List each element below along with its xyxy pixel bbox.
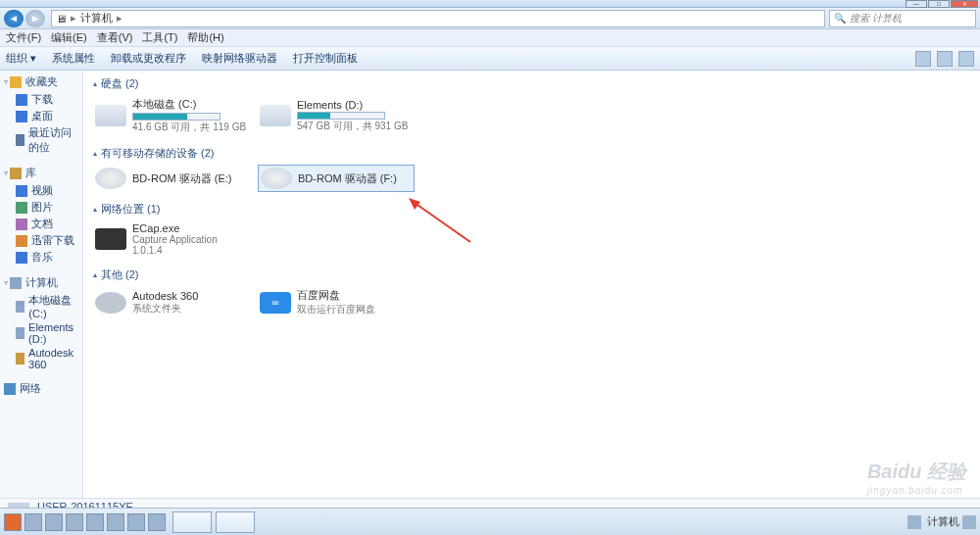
drive-icon [16,327,24,339]
drive-d-usage-bar [297,112,385,120]
taskbar-app[interactable] [216,511,255,533]
network-icon [4,383,16,395]
autodesk-icon [16,353,24,365]
menu-edit[interactable]: 编辑(E) [51,30,87,45]
drive-d-title: Elements (D:) [297,99,408,111]
desktop-icon [16,111,27,122]
section-removable[interactable]: ▴有可移动存储的设备 (2) [93,146,970,161]
sidebar-item-pictures[interactable]: 图片 [4,199,78,216]
computer-icon [10,277,22,289]
section-netloc[interactable]: ▴网络位置 (1) [93,202,970,217]
sidebar-item-desktop[interactable]: 桌面 [4,108,78,124]
sidebar-computer[interactable]: ▿计算机 [4,275,78,290]
video-icon [16,185,27,197]
forward-button[interactable]: ► [25,10,45,27]
picture-icon [16,202,27,214]
autodesk-sub: 系统文件夹 [132,302,198,316]
toolbar-controlpanel[interactable]: 打开控制面板 [293,51,358,66]
breadcrumb-computer[interactable]: 计算机 [80,11,113,25]
recent-icon [16,134,24,146]
address-bar[interactable]: 🖥 ▸ 计算机 ▸ [51,10,825,27]
sidebar-favorites[interactable]: ▿收藏夹 [4,74,78,89]
camera-icon [95,228,126,250]
menu-view[interactable]: 查看(V) [97,30,133,45]
taskbar-icon[interactable] [45,513,63,531]
autodesk360[interactable]: Autodesk 360 系统文件夹 [93,286,250,318]
drive-c-usage-bar [132,113,220,121]
taskbar-sogou-icon[interactable] [4,513,22,531]
drive-c-title: 本地磁盘 (C:) [132,97,246,112]
baidu-title: 百度网盘 [297,288,375,303]
taskbar-icon[interactable] [127,513,145,531]
sidebar-item-videos[interactable]: 视频 [4,182,78,199]
sidebar-item-autodesk360[interactable]: Autodesk 360 [4,346,78,371]
sidebar-item-music[interactable]: 音乐 [4,249,78,266]
system-tray: 计算机 [905,514,976,529]
window-titlebar: — □ ✕ [0,0,980,8]
baidu-sub: 双击运行百度网盘 [297,303,375,316]
tray-chevron-icon[interactable] [962,515,976,529]
back-button[interactable]: ◄ [4,10,24,27]
search-placeholder: 搜索 计算机 [850,12,902,25]
menu-bar: 文件(F) 编辑(E) 查看(V) 工具(T) 帮助(H) [0,29,980,47]
drive-icon [16,301,24,313]
taskbar-app[interactable] [172,511,212,533]
toolbar-mapdrive[interactable]: 映射网络驱动器 [202,51,277,66]
breadcrumb-sep: ▸ [71,12,76,24]
computer-icon: 🖥 [56,13,67,24]
preview-pane-icon[interactable] [937,51,953,67]
music-icon [16,252,27,264]
bdrom-f-title: BD-ROM 驱动器 (F:) [298,171,397,186]
view-icon[interactable] [915,51,931,67]
bdrom-e[interactable]: BD-ROM 驱动器 (E:) [93,165,250,192]
taskbar-icon[interactable] [148,513,166,531]
autodesk-icon [95,292,126,314]
maximize-button[interactable]: □ [928,0,950,8]
sidebar-item-drive-c[interactable]: 本地磁盘 (C:) [4,292,78,320]
nav-row: ◄ ► 🖥 ▸ 计算机 ▸ 🔍 搜索 计算机 [0,8,980,29]
drive-c-sub: 41.6 GB 可用，共 119 GB [132,121,246,134]
sidebar-network[interactable]: 网络 [4,381,78,396]
tray-flag-icon[interactable] [907,515,921,529]
taskbar-icon[interactable] [66,513,83,531]
taskbar-icon[interactable] [107,513,124,531]
drive-d[interactable]: Elements (D:) 547 GB 可用，共 931 GB [258,95,415,136]
help-icon[interactable] [958,51,974,67]
drive-c[interactable]: 本地磁盘 (C:) 41.6 GB 可用，共 119 GB [93,95,250,136]
toolbar-uninstall[interactable]: 卸载或更改程序 [111,51,186,66]
sidebar-item-recent[interactable]: 最近访问的位 [4,124,78,156]
taskbar-ime-icon[interactable] [24,513,42,531]
sidebar-item-drive-d[interactable]: Elements (D:) [4,320,78,346]
toolbar-sysprops[interactable]: 系统属性 [52,51,95,66]
minimize-button[interactable]: — [906,0,927,8]
taskbar-icon[interactable] [86,513,104,531]
thunder-icon [16,235,27,247]
breadcrumb-sep: ▸ [117,12,122,24]
sidebar-item-thunder-dl[interactable]: 迅雷下载 [4,232,78,249]
drive-d-sub: 547 GB 可用，共 931 GB [297,120,408,133]
bdrom-f[interactable]: BD-ROM 驱动器 (F:) [258,165,415,192]
sidebar-libraries[interactable]: ▿库 [4,166,78,180]
taskbar: 计算机 [0,508,980,535]
menu-help[interactable]: 帮助(H) [187,30,223,45]
section-other[interactable]: ▴其他 (2) [93,268,970,282]
section-hdd[interactable]: ▴硬盘 (2) [93,76,970,91]
menu-file[interactable]: 文件(F) [6,30,41,45]
cd-icon [95,168,126,189]
document-icon [16,219,27,230]
toolbar: 组织 ▾ 系统属性 卸载或更改程序 映射网络驱动器 打开控制面板 [0,47,980,71]
close-button[interactable]: ✕ [951,0,978,8]
sidebar: ▿收藏夹 下载 桌面 最近访问的位 ▿库 视频 图片 文档 迅雷下载 音乐 ▿计… [0,71,83,498]
search-input[interactable]: 🔍 搜索 计算机 [829,10,976,27]
sidebar-item-downloads[interactable]: 下载 [4,91,78,108]
ecap-app[interactable]: ECap.exe Capture Application 1.0.1.4 [93,220,250,258]
star-icon [10,76,22,88]
ecap-title: ECap.exe [132,222,218,234]
toolbar-organize[interactable]: 组织 ▾ [6,51,36,66]
baidu-icon: ∞ [260,292,291,314]
tray-text: 计算机 [927,514,959,529]
sidebar-item-documents[interactable]: 文档 [4,216,78,232]
main-content: ▴硬盘 (2) 本地磁盘 (C:) 41.6 GB 可用，共 119 GB El… [83,71,980,498]
baidu-netdisk[interactable]: ∞ 百度网盘 双击运行百度网盘 [258,286,415,318]
menu-tools[interactable]: 工具(T) [142,30,177,45]
